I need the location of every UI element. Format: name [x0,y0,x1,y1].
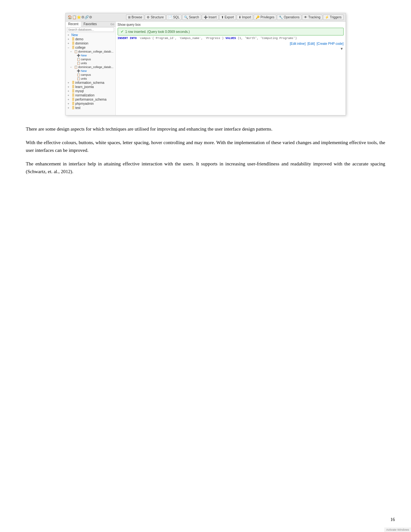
article-paragraph-3: The enhancement in interface help in att… [26,160,385,175]
article-paragraph-1: There are some design aspects for which … [26,125,385,133]
edit-inline-link[interactable]: [Edit inline] [290,42,306,45]
sidebar-tabs: Recent Favorites Go [66,22,115,27]
privileges-button[interactable]: 🔑Privileges [254,15,276,20]
sql-query-display: INSERT INTO `campus`(`Program_id`, `Camp… [118,37,344,40]
tree-campus1[interactable]: 📋 campus [66,57,115,61]
sidebar-search[interactable] [66,27,115,33]
tab-favorites[interactable]: Favorites [81,22,99,26]
insert-button[interactable]: ➕Insert [202,15,219,20]
tracking-button[interactable]: 👁Tracking [302,15,322,20]
tree-information-schema[interactable]: + 🗄 information_schema [66,81,115,85]
tree-units1[interactable]: 📋 units [66,61,115,65]
tree-dominican2[interactable]: − 📋 dominican_college_datab... [66,65,115,69]
tree-learn-joomla[interactable]: + 🗄 learn_joomla [66,85,115,89]
show-query-box[interactable]: Show query box [118,23,344,26]
tree-test[interactable]: + 🗄 test [66,106,115,110]
success-text: 1 row inserted. (Query took 0.0569 secon… [125,30,190,34]
page-container: 🏠📋⭐⚙🔗⚙ ⊞Browse ⚙Structure 📄SQL 🔍Search ➕… [0,0,411,188]
operations-button[interactable]: 🔧Operations [277,15,301,20]
tree-performance-schema[interactable]: + 🗄 performance_schema [66,97,115,102]
triggers-button[interactable]: ⚡Triggers [323,15,343,20]
screenshot-wrapper: 🏠📋⭐⚙🔗⚙ ⊞Browse ⚙Structure 📄SQL 🔍Search ➕… [65,13,346,115]
pma-toolbar: 🏠📋⭐⚙🔗⚙ ⊞Browse ⚙Structure 📄SQL 🔍Search ➕… [66,13,346,22]
page-number: 16 [390,517,395,522]
scroll-indicator: ▼ [118,47,344,51]
structure-button[interactable]: ⚙Structure [145,15,166,20]
tree-demo[interactable]: + 🗄 demo [66,37,115,41]
tree-mysql[interactable]: + 🗄 mysql [66,89,115,93]
sql-button[interactable]: 📄SQL [166,15,181,20]
tree-normalization[interactable]: + 🗄 normalization [66,93,115,97]
tree-new-campus2[interactable]: ➕ New [66,69,115,73]
pma-content: Show query box ✔ 1 row inserted. (Query … [116,22,346,115]
edit-link[interactable]: [Edit] [308,42,315,45]
tree-new-root[interactable]: + New [66,33,115,37]
edit-links: [Edit inline] [Edit] [Create PHP code] [118,42,344,45]
tab-recent[interactable]: Recent [66,22,81,27]
search-input[interactable] [67,27,114,32]
pma-sidebar[interactable]: Recent Favorites Go + New + 🗄 [66,22,116,115]
tree-phpmyadmin[interactable]: + 🗄 phpmyadmin [66,102,115,106]
browse-button[interactable]: ⊞Browse [126,15,144,20]
tree-campus2[interactable]: 📋 campus [66,73,115,77]
success-message: ✔ 1 row inserted. (Query took 0.0569 sec… [118,28,344,35]
tree-units2[interactable]: 📋 units [66,77,115,81]
article-text: There are some design aspects for which … [26,125,385,175]
import-button[interactable]: ⬇Import [237,15,253,20]
tree-college[interactable]: − 🗄 college [66,45,115,50]
create-php-link[interactable]: [Create PHP code] [317,42,343,45]
export-button[interactable]: ⬆Export [219,15,236,20]
check-icon: ✔ [121,29,124,34]
search-button[interactable]: 🔍Search [182,15,201,20]
tree-dominion[interactable]: + 🗄 dominion [66,41,115,45]
pma-main: Recent Favorites Go + New + 🗄 [66,22,346,115]
article-paragraph-2: With the effective colours, buttons, whi… [26,139,385,154]
tree-new-campus[interactable]: ➕ New [66,54,115,57]
tree-dominican1[interactable]: − 📋 dominican_college_datab... [66,50,115,54]
